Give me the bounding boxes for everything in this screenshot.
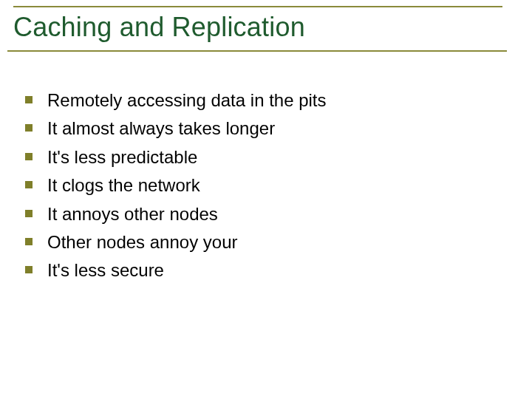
slide-body: Remotely accessing data in the pits It a… <box>25 89 502 287</box>
slide: Caching and Replication Remotely accessi… <box>0 0 532 399</box>
list-item: It almost always takes longer <box>25 117 502 140</box>
list-item: It clogs the network <box>25 174 502 197</box>
square-bullet-icon <box>25 266 33 273</box>
list-item: It's less secure <box>25 259 502 282</box>
list-item-label: It annoys other nodes <box>47 204 218 224</box>
square-bullet-icon <box>25 153 33 160</box>
list-item-label: Other nodes annoy your <box>47 232 238 252</box>
square-bullet-icon <box>25 124 33 132</box>
list-item: Other nodes annoy your <box>25 231 502 254</box>
list-item-label: It's less predictable <box>47 147 197 167</box>
square-bullet-icon <box>25 210 33 217</box>
list-item-label: Remotely accessing data in the pits <box>47 90 327 110</box>
list-item-label: It's less secure <box>47 260 164 280</box>
square-bullet-icon <box>25 181 33 188</box>
square-bullet-icon <box>25 238 33 245</box>
list-item-label: It almost always takes longer <box>47 118 275 138</box>
square-bullet-icon <box>25 96 33 103</box>
title-bottom-rule <box>7 50 507 52</box>
list-item: Remotely accessing data in the pits <box>25 89 502 112</box>
list-item: It annoys other nodes <box>25 202 502 226</box>
slide-title: Caching and Replication <box>7 7 517 50</box>
bullet-list: Remotely accessing data in the pits It a… <box>25 89 502 283</box>
list-item-label: It clogs the network <box>47 175 200 195</box>
list-item: It's less predictable <box>25 146 502 169</box>
title-block: Caching and Replication <box>7 6 517 52</box>
